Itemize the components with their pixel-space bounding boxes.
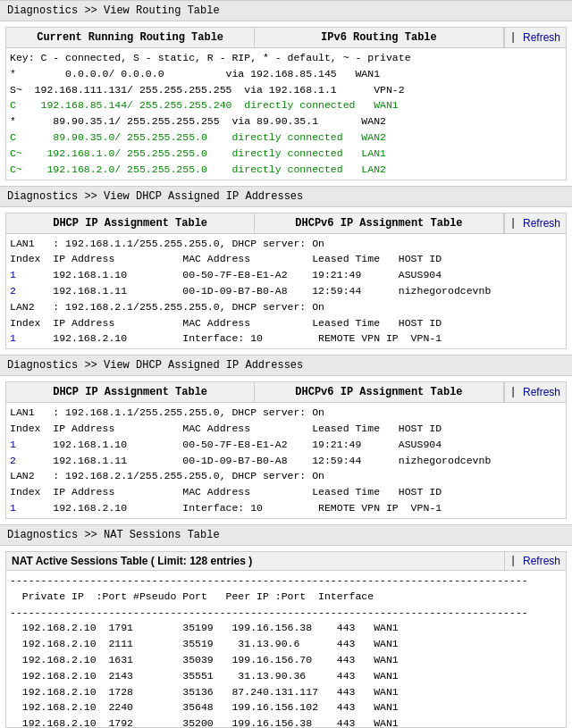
nat-pre: ----------------------------------------… [10, 573, 562, 727]
dhcp1-content: LAN1 : 192.168.1.1/255.255.255.0, DHCP s… [6, 234, 566, 349]
routing-refresh-button[interactable]: Refresh [523, 31, 560, 44]
dhcp2-refresh-area: | Refresh [504, 382, 566, 402]
routing-pre: Key: C - connected, S - static, R - RIP,… [10, 50, 562, 178]
routing-panel-header: Current Running Routing Table IPv6 Routi… [6, 28, 566, 48]
dhcp1-panel: DHCP IP Assignment Table DHCPv6 IP Assig… [5, 213, 567, 350]
dhcp2-pre: LAN1 : 192.168.1.1/255.255.255.0, DHCP s… [10, 405, 562, 516]
dhcp2-panel: DHCP IP Assignment Table DHCPv6 IP Assig… [5, 381, 567, 519]
dhcp1-pre: LAN1 : 192.168.1.1/255.255.255.0, DHCP s… [10, 236, 562, 347]
routing-content: Key: C - connected, S - static, R - RIP,… [6, 48, 566, 180]
nat-content: ----------------------------------------… [6, 571, 566, 727]
dhcp2-tab2[interactable]: DHCPv6 IP Assignment Table [255, 382, 503, 402]
dhcp1-pipe: | [510, 217, 523, 230]
nat-refresh-button[interactable]: Refresh [523, 555, 560, 567]
nat-refresh-area: | Refresh [504, 552, 566, 570]
routing-tab2[interactable]: IPv6 Routing Table [255, 28, 503, 47]
nat-title: NAT Active Sessions Table ( Limit: 128 e… [6, 552, 504, 570]
dhcp1-breadcrumb: Diagnostics >> View DHCP Assigned IP Add… [0, 186, 572, 207]
dhcp1-refresh-button[interactable]: Refresh [523, 217, 560, 230]
routing-refresh-area: | Refresh [504, 28, 566, 47]
dhcp1-tab2[interactable]: DHCPv6 IP Assignment Table [255, 213, 503, 233]
nat-panel-header: NAT Active Sessions Table ( Limit: 128 e… [6, 552, 566, 571]
dhcp1-section: Diagnostics >> View DHCP Assigned IP Add… [0, 186, 572, 350]
dhcp1-tab1[interactable]: DHCP IP Assignment Table [6, 213, 255, 233]
dhcp2-tab1[interactable]: DHCP IP Assignment Table [6, 382, 255, 402]
nat-breadcrumb: Diagnostics >> NAT Sessions Table [0, 524, 572, 546]
dhcp2-pipe: | [510, 386, 523, 398]
routing-panel: Current Running Routing Table IPv6 Routi… [5, 27, 567, 180]
nat-panel: NAT Active Sessions Table ( Limit: 128 e… [5, 551, 567, 728]
dhcp2-section: Diagnostics >> View DHCP Assigned IP Add… [0, 355, 572, 519]
routing-breadcrumb: Diagnostics >> View Routing Table [0, 0, 572, 21]
dhcp1-panel-header: DHCP IP Assignment Table DHCPv6 IP Assig… [6, 213, 566, 234]
nat-pipe: | [510, 555, 523, 567]
dhcp2-breadcrumb: Diagnostics >> View DHCP Assigned IP Add… [0, 355, 572, 376]
nat-section: Diagnostics >> NAT Sessions Table NAT Ac… [0, 524, 572, 728]
dhcp2-panel-header: DHCP IP Assignment Table DHCPv6 IP Assig… [6, 382, 566, 403]
dhcp2-refresh-button[interactable]: Refresh [523, 386, 560, 398]
routing-pipe: | [510, 31, 523, 44]
dhcp2-content: LAN1 : 192.168.1.1/255.255.255.0, DHCP s… [6, 403, 566, 518]
routing-section: Diagnostics >> View Routing Table Curren… [0, 0, 572, 180]
routing-tab1[interactable]: Current Running Routing Table [6, 28, 255, 47]
dhcp1-refresh-area: | Refresh [504, 213, 566, 233]
